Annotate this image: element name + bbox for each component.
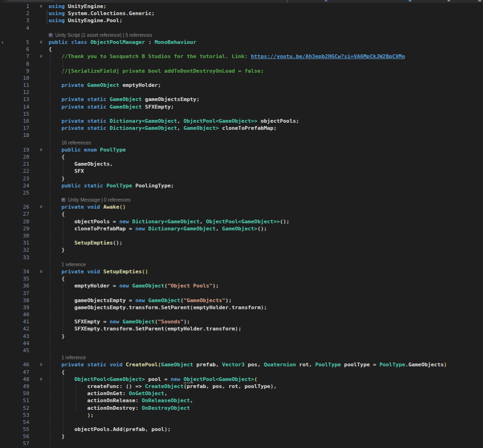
code-line[interactable]: private static void CreatePool(GameObjec… <box>49 361 483 368</box>
code-line[interactable]: private static Dictionary<GameObject, Ga… <box>49 125 483 132</box>
code-row: 39 gameObjectsEmpty.transform.SetParent(… <box>0 304 483 311</box>
code-line[interactable] <box>49 347 483 354</box>
code-line[interactable]: actionOnRelease: OnReleaseObject, <box>49 397 483 404</box>
gutter: 50 <box>0 390 49 397</box>
code-line[interactable] <box>49 60 483 68</box>
code-line[interactable] <box>49 340 483 347</box>
fold-chevron-icon[interactable]: ∨ <box>40 268 42 275</box>
gutter: 31 <box>0 239 49 246</box>
code-line[interactable]: SFXEmpty.transform.SetParent(emptyHolder… <box>49 325 483 332</box>
codelens-text[interactable]: Unity Script (1 asset reference) | 5 ref… <box>55 32 152 39</box>
codelens-label[interactable]: 1 reference <box>49 261 483 268</box>
code-line[interactable]: { <box>49 46 483 53</box>
code-line[interactable]: emptyHolder = new GameObject("Object Poo… <box>49 282 483 289</box>
codelens-text[interactable]: 1 reference <box>61 354 86 361</box>
code-token: () <box>119 204 126 210</box>
code-line[interactable] <box>49 75 483 82</box>
code-line[interactable]: using UnityEngine.Pool; <box>49 17 483 24</box>
code-token: new <box>136 226 145 232</box>
code-token: objectPools <box>261 118 296 124</box>
code-row: 40 <box>0 311 483 318</box>
code-line[interactable] <box>49 189 483 196</box>
code-line[interactable]: public enum PoolType <box>49 146 483 153</box>
codelens-label[interactable]: 16 references <box>49 139 483 146</box>
code-line[interactable]: cloneToPrefabMap = new Dictionary<GameOb… <box>49 225 483 232</box>
fold-chevron-icon[interactable]: ∨ <box>40 2 42 9</box>
code-token: new <box>171 376 180 382</box>
codelens-text[interactable]: Unity Message | 0 references <box>68 196 130 203</box>
code-line[interactable]: { <box>49 211 483 218</box>
fold-chevron-icon[interactable]: ∨ <box>40 52 42 59</box>
gutter <box>0 32 49 39</box>
codelens-row: Unity Script (1 asset reference) | 5 ref… <box>0 32 483 39</box>
code-line[interactable]: { <box>49 275 483 282</box>
codelens-label[interactable]: 1 reference <box>49 354 483 361</box>
code-row: 18 <box>0 132 483 139</box>
code-line[interactable]: private static Dictionary<GameObject, Ob… <box>49 118 483 125</box>
code-line[interactable]: private void SetupEmpties() <box>49 268 483 275</box>
comment-link[interactable]: https://youtu.be/Ah3epb2HGCw?si=VA6MpCkJ… <box>251 53 405 59</box>
code-line[interactable] <box>49 440 483 447</box>
code-line[interactable]: gameObjectsEmpty.transform.SetParent(emp… <box>49 304 483 311</box>
code-line[interactable]: } <box>49 175 483 182</box>
codelens-label[interactable]: Unity Message | 0 references <box>49 196 483 203</box>
gutter: 43 <box>0 333 49 340</box>
line-number: 44 <box>0 340 29 347</box>
code-line[interactable]: private static GameObject SFXEmpty; <box>49 103 483 110</box>
code-line[interactable]: objectPools.Add(prefab, pool); <box>49 426 483 433</box>
code-line[interactable]: actionOnDestroy: OnDestroyObject <box>49 405 483 412</box>
code-line[interactable]: using System.Collections.Generic; <box>49 10 483 17</box>
code-line[interactable]: createFunc: () => CreateObject(prefab, p… <box>49 383 483 390</box>
code-line[interactable] <box>49 110 483 118</box>
code-line[interactable] <box>49 290 483 297</box>
code-token: private static <box>61 125 106 131</box>
code-line[interactable]: ObjectPool<GameObject> pool = new Object… <box>49 376 483 383</box>
code-row: 10 <box>0 75 483 82</box>
code-line[interactable]: //Thank you to Sasquatch B Studios for t… <box>49 53 483 60</box>
code-token: Dictionary<GameObject <box>110 118 177 124</box>
code-token: Collections <box>90 10 126 17</box>
code-line[interactable]: public static PoolType PoolingType; <box>49 182 483 189</box>
code-line[interactable] <box>49 132 483 139</box>
code-line[interactable]: } <box>49 333 483 340</box>
code-line[interactable]: private static GameObject gameObjectsEmp… <box>49 96 483 103</box>
code-line[interactable]: using UnityEngine; <box>49 3 483 10</box>
code-line[interactable]: public class ObjectPoolManager : MonoBeh… <box>49 39 483 46</box>
code-line[interactable]: } <box>49 246 483 254</box>
code-line[interactable]: objectPools = new Dictionary<GameObject,… <box>49 218 483 225</box>
code-line[interactable]: private GameObject emptyHolder; <box>49 82 483 89</box>
code-token: ; <box>158 82 161 88</box>
code-line[interactable] <box>49 419 483 426</box>
code-line[interactable] <box>49 311 483 318</box>
code-line[interactable]: private void Awake() <box>49 203 483 211</box>
code-line[interactable]: ); <box>49 412 483 419</box>
code-token: pos <box>248 362 257 368</box>
fold-chevron-icon[interactable]: ∨ <box>40 375 42 382</box>
codelens-label[interactable]: Unity Script (1 asset reference) | 5 ref… <box>49 32 483 39</box>
code-line[interactable]: SetupEmpties(); <box>49 239 483 246</box>
code-line[interactable]: GameObjects, <box>49 161 483 168</box>
code-line[interactable] <box>49 232 483 239</box>
codelens-text[interactable]: 1 reference <box>61 261 86 268</box>
fold-chevron-icon[interactable]: ∨ <box>40 361 42 368</box>
codelens-text[interactable]: 16 references <box>61 139 91 146</box>
code-line[interactable]: gameObjectsEmpty = new GameObject("GameO… <box>49 297 483 304</box>
code-line[interactable] <box>49 254 483 261</box>
code-token <box>84 82 87 88</box>
code-line[interactable]: //[SerializeField] private bool addToDon… <box>49 68 483 75</box>
code-line[interactable]: { <box>49 369 483 376</box>
code-token: ; <box>273 125 277 131</box>
code-line[interactable]: SFX <box>49 168 483 175</box>
code-line[interactable]: { <box>49 153 483 161</box>
code-line[interactable]: actionOnGet: OnGetObject, <box>49 390 483 397</box>
code-line[interactable] <box>49 89 483 96</box>
tab-bar-fragment <box>448 0 450 1</box>
fold-chevron-icon[interactable]: ∨ <box>40 38 42 45</box>
code-line[interactable]: } <box>49 433 483 440</box>
code-row: 25 <box>0 189 483 196</box>
fold-chevron-icon[interactable]: ∨ <box>40 203 42 210</box>
code-line[interactable]: SFXEmpty = new GameObject("Sounds"); <box>49 318 483 325</box>
fold-chevron-icon[interactable]: ∨ <box>40 146 42 153</box>
code-token <box>97 147 100 153</box>
code-token <box>245 362 248 368</box>
